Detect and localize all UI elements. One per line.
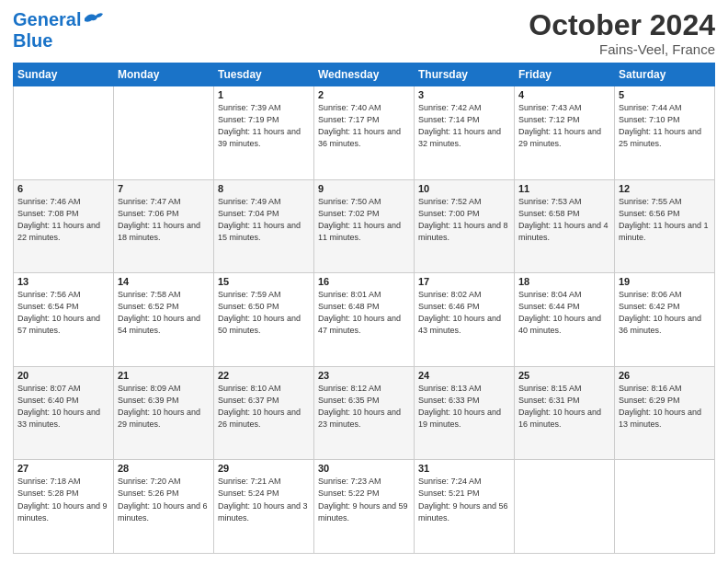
day-info: Sunrise: 8:06 AMSunset: 6:42 PMDaylight:… [619, 289, 711, 337]
col-saturday: Saturday [615, 63, 715, 86]
day-number: 23 [318, 370, 410, 381]
col-tuesday: Tuesday [214, 63, 314, 86]
day-number: 2 [318, 89, 410, 100]
day-number: 6 [17, 183, 109, 194]
day-info: Sunrise: 7:53 AMSunset: 6:58 PMDaylight:… [518, 196, 610, 244]
page-title: October 2024 [529, 9, 715, 41]
day-number: 14 [118, 276, 210, 287]
logo-blue-text: Blue [13, 30, 52, 51]
day-number: 5 [619, 89, 711, 100]
day-info: Sunrise: 7:43 AMSunset: 7:12 PMDaylight:… [518, 102, 610, 150]
day-number: 1 [218, 89, 310, 100]
day-number: 17 [418, 276, 510, 287]
calendar-week-row: 20Sunrise: 8:07 AMSunset: 6:40 PMDayligh… [14, 366, 715, 460]
day-number: 13 [17, 276, 109, 287]
day-info: Sunrise: 8:16 AMSunset: 6:29 PMDaylight:… [619, 383, 711, 431]
table-row: 10Sunrise: 7:52 AMSunset: 7:00 PMDayligh… [415, 179, 515, 273]
day-number: 11 [518, 183, 610, 194]
table-row [515, 460, 615, 554]
day-info: Sunrise: 7:23 AMSunset: 5:22 PMDaylight:… [318, 476, 410, 523]
table-row: 6Sunrise: 7:46 AMSunset: 7:08 PMDaylight… [14, 179, 114, 273]
day-info: Sunrise: 8:12 AMSunset: 6:35 PMDaylight:… [318, 383, 410, 431]
day-number: 27 [17, 463, 109, 474]
day-info: Sunrise: 8:01 AMSunset: 6:48 PMDaylight:… [318, 289, 410, 337]
day-info: Sunrise: 7:47 AMSunset: 7:06 PMDaylight:… [118, 196, 210, 244]
title-area: October 2024 Fains-Veel, France [529, 9, 715, 57]
calendar-header-row: Sunday Monday Tuesday Wednesday Thursday… [14, 63, 715, 86]
day-number: 19 [619, 276, 711, 287]
col-wednesday: Wednesday [314, 63, 415, 86]
table-row: 21Sunrise: 8:09 AMSunset: 6:39 PMDayligh… [114, 366, 214, 460]
table-row: 16Sunrise: 8:01 AMSunset: 6:48 PMDayligh… [314, 273, 415, 367]
day-info: Sunrise: 8:07 AMSunset: 6:40 PMDaylight:… [17, 383, 109, 431]
table-row: 5Sunrise: 7:44 AMSunset: 7:10 PMDaylight… [615, 86, 715, 180]
calendar-week-row: 13Sunrise: 7:56 AMSunset: 6:54 PMDayligh… [14, 273, 715, 367]
day-number: 18 [518, 276, 610, 287]
day-number: 22 [218, 370, 310, 381]
table-row: 12Sunrise: 7:55 AMSunset: 6:56 PMDayligh… [615, 179, 715, 273]
table-row: 3Sunrise: 7:42 AMSunset: 7:14 PMDaylight… [415, 86, 515, 180]
table-row: 18Sunrise: 8:04 AMSunset: 6:44 PMDayligh… [515, 273, 615, 367]
day-number: 4 [518, 89, 610, 100]
day-number: 25 [518, 370, 610, 381]
table-row [615, 460, 715, 554]
table-row: 13Sunrise: 7:56 AMSunset: 6:54 PMDayligh… [14, 273, 114, 367]
table-row: 22Sunrise: 8:10 AMSunset: 6:37 PMDayligh… [214, 366, 314, 460]
header: General Blue October 2024 Fains-Veel, Fr… [13, 9, 715, 57]
table-row: 9Sunrise: 7:50 AMSunset: 7:02 PMDaylight… [314, 179, 415, 273]
day-number: 30 [318, 463, 410, 474]
day-info: Sunrise: 8:13 AMSunset: 6:33 PMDaylight:… [418, 383, 510, 431]
day-number: 16 [318, 276, 410, 287]
table-row: 14Sunrise: 7:58 AMSunset: 6:52 PMDayligh… [114, 273, 214, 367]
logo: General Blue [13, 9, 105, 52]
day-info: Sunrise: 7:24 AMSunset: 5:21 PMDaylight:… [418, 476, 510, 523]
day-number: 9 [318, 183, 410, 194]
day-info: Sunrise: 7:40 AMSunset: 7:17 PMDaylight:… [318, 102, 410, 150]
day-number: 7 [118, 183, 210, 194]
table-row: 25Sunrise: 8:15 AMSunset: 6:31 PMDayligh… [515, 366, 615, 460]
table-row: 1Sunrise: 7:39 AMSunset: 7:19 PMDaylight… [214, 86, 314, 180]
page-subtitle: Fains-Veel, France [529, 41, 715, 57]
calendar-week-row: 27Sunrise: 7:18 AMSunset: 5:28 PMDayligh… [14, 460, 715, 554]
day-info: Sunrise: 8:10 AMSunset: 6:37 PMDaylight:… [218, 383, 310, 431]
table-row: 26Sunrise: 8:16 AMSunset: 6:29 PMDayligh… [615, 366, 715, 460]
table-row: 15Sunrise: 7:59 AMSunset: 6:50 PMDayligh… [214, 273, 314, 367]
day-info: Sunrise: 7:39 AMSunset: 7:19 PMDaylight:… [218, 102, 310, 150]
page: General Blue October 2024 Fains-Veel, Fr… [0, 0, 728, 563]
day-number: 15 [218, 276, 310, 287]
day-info: Sunrise: 7:49 AMSunset: 7:04 PMDaylight:… [218, 196, 310, 244]
day-info: Sunrise: 7:59 AMSunset: 6:50 PMDaylight:… [218, 289, 310, 337]
day-info: Sunrise: 8:04 AMSunset: 6:44 PMDaylight:… [518, 289, 610, 337]
logo-bird-icon [83, 10, 105, 27]
table-row: 11Sunrise: 7:53 AMSunset: 6:58 PMDayligh… [515, 179, 615, 273]
table-row: 27Sunrise: 7:18 AMSunset: 5:28 PMDayligh… [14, 460, 114, 554]
table-row: 4Sunrise: 7:43 AMSunset: 7:12 PMDaylight… [515, 86, 615, 180]
table-row: 28Sunrise: 7:20 AMSunset: 5:26 PMDayligh… [114, 460, 214, 554]
col-thursday: Thursday [415, 63, 515, 86]
table-row: 20Sunrise: 8:07 AMSunset: 6:40 PMDayligh… [14, 366, 114, 460]
day-info: Sunrise: 7:50 AMSunset: 7:02 PMDaylight:… [318, 196, 410, 244]
day-number: 24 [418, 370, 510, 381]
day-number: 29 [218, 463, 310, 474]
table-row: 30Sunrise: 7:23 AMSunset: 5:22 PMDayligh… [314, 460, 415, 554]
day-info: Sunrise: 7:55 AMSunset: 6:56 PMDaylight:… [619, 196, 711, 244]
table-row: 31Sunrise: 7:24 AMSunset: 5:21 PMDayligh… [415, 460, 515, 554]
day-number: 10 [418, 183, 510, 194]
col-monday: Monday [114, 63, 214, 86]
day-number: 3 [418, 89, 510, 100]
table-row: 8Sunrise: 7:49 AMSunset: 7:04 PMDaylight… [214, 179, 314, 273]
calendar-table: Sunday Monday Tuesday Wednesday Thursday… [13, 63, 715, 554]
col-sunday: Sunday [14, 63, 114, 86]
day-info: Sunrise: 7:18 AMSunset: 5:28 PMDaylight:… [17, 476, 109, 523]
day-number: 12 [619, 183, 711, 194]
table-row: 19Sunrise: 8:06 AMSunset: 6:42 PMDayligh… [615, 273, 715, 367]
day-info: Sunrise: 7:58 AMSunset: 6:52 PMDaylight:… [118, 289, 210, 337]
day-info: Sunrise: 7:56 AMSunset: 6:54 PMDaylight:… [17, 289, 109, 337]
table-row: 2Sunrise: 7:40 AMSunset: 7:17 PMDaylight… [314, 86, 415, 180]
day-info: Sunrise: 7:20 AMSunset: 5:26 PMDaylight:… [118, 476, 210, 523]
table-row: 23Sunrise: 8:12 AMSunset: 6:35 PMDayligh… [314, 366, 415, 460]
day-number: 31 [418, 463, 510, 474]
day-info: Sunrise: 7:46 AMSunset: 7:08 PMDaylight:… [17, 196, 109, 244]
day-info: Sunrise: 8:09 AMSunset: 6:39 PMDaylight:… [118, 383, 210, 431]
day-number: 8 [218, 183, 310, 194]
